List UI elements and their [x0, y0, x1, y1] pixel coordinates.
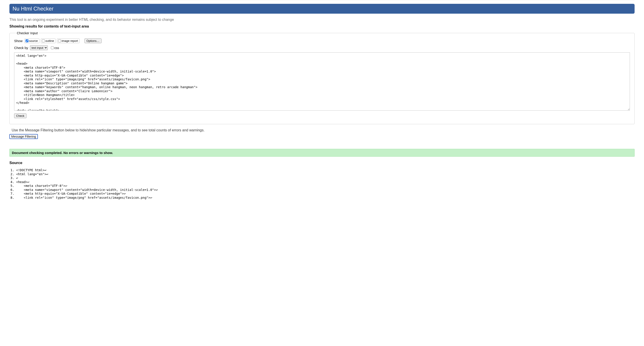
checker-input-fieldset: Checker Input Show source outline image …: [10, 31, 634, 124]
source-line: <html lang="en">↩: [16, 172, 634, 176]
checker-legend: Checker Input: [16, 31, 38, 35]
checkbox-image-report-label: image report: [62, 39, 78, 42]
success-message: Document checking completed. No errors o…: [10, 149, 634, 157]
checkbox-outline-label: outline: [46, 39, 54, 42]
page-title: Nu Html Checker: [12, 5, 632, 12]
checkbox-image-report-group[interactable]: image report: [57, 38, 80, 43]
check-by-label: Check by: [14, 46, 28, 50]
checkbox-source-group[interactable]: source: [24, 38, 40, 43]
options-button[interactable]: Options…: [84, 38, 102, 43]
header-bar: Nu Html Checker: [10, 4, 634, 14]
filter-note: Use the Message Filtering button below t…: [12, 128, 634, 132]
source-heading: Source: [10, 161, 634, 165]
checkbox-css-group[interactable]: css: [51, 46, 59, 50]
checkbox-css[interactable]: [51, 46, 54, 49]
checkbox-outline-group[interactable]: outline: [41, 38, 56, 43]
checkbox-image-report[interactable]: [58, 39, 61, 42]
checkbox-source[interactable]: [26, 39, 28, 42]
message-filtering-button[interactable]: Message Filtering: [10, 134, 38, 139]
check-button[interactable]: Check: [14, 114, 26, 118]
source-line: <head>↩: [16, 180, 634, 184]
source-listing: <!DOCTYPE html>↩<html lang="en">↩↩<head>…: [10, 168, 634, 200]
show-label: Show: [14, 39, 23, 43]
checkbox-outline[interactable]: [42, 39, 45, 42]
results-heading: Showing results for contents of text-inp…: [10, 24, 634, 28]
checkbox-css-label: css: [54, 46, 59, 50]
source-line: <!DOCTYPE html>↩: [16, 168, 634, 172]
source-textarea[interactable]: [14, 52, 630, 111]
subtitle-text: This tool is an ongoing experiment in be…: [10, 18, 634, 22]
source-line: <link rel="icon" type="image/png" href="…: [16, 196, 634, 200]
check-by-select[interactable]: text input: [30, 45, 48, 50]
check-by-row: Check by text input css: [14, 45, 630, 50]
check-button-row: Check: [14, 114, 630, 118]
source-line: ↩: [16, 176, 634, 180]
checkbox-source-label: source: [29, 39, 38, 42]
source-line: <meta name="viewport" content="width=dev…: [16, 188, 634, 192]
show-row: Show source outline image report Options…: [14, 38, 630, 43]
source-line: <meta charset="UTF-8">↩: [16, 184, 634, 188]
source-line: <meta http-equiv="X-UA-Compatible" conte…: [16, 192, 634, 196]
